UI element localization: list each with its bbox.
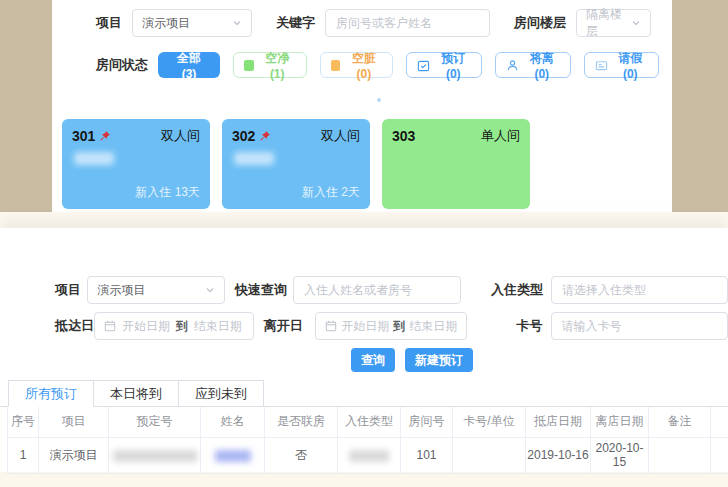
col-remark: 备注 (649, 407, 711, 437)
room-footer-text: 新入住 2天 (302, 184, 360, 201)
room-number-text: 302 (232, 128, 255, 144)
status-leaving-label: 将离 (0) (524, 50, 560, 81)
col-room-no: 房间号 (401, 407, 453, 437)
room-type: 双人间 (321, 127, 360, 145)
room-status-panel: 项目 演示项目 关键字 房间楼层 隔离楼层 房间状态 全 (52, 0, 672, 212)
reservation-tabs: 所有预订 本日将到 应到未到 (0, 380, 728, 407)
floor-select[interactable]: 隔离楼层 (576, 9, 651, 37)
project-select[interactable]: 演示项目 (87, 276, 225, 304)
cell-departure-date: 2020-10-15 (591, 437, 649, 473)
quick-search-input[interactable] (293, 276, 461, 304)
room-status-label: 房间状态 (96, 56, 148, 74)
col-name: 姓名 (201, 407, 265, 437)
card-number-input[interactable] (551, 312, 728, 340)
room-status-filter-row: 房间状态 全部 (3) 空净 (1) 空脏 (0) 预订 (0) (96, 52, 672, 78)
project-label: 项目 (55, 281, 87, 299)
new-reservation-button[interactable]: 新建预订 (405, 348, 473, 372)
status-leaving-button[interactable]: 将离 (0) (495, 52, 571, 78)
query-button[interactable]: 查询 (351, 348, 395, 372)
checkin-type-select[interactable] (551, 276, 728, 304)
backdrop-right (672, 0, 728, 212)
blurred-checkin-type (349, 450, 389, 462)
blurred-guest-name (215, 450, 251, 462)
section-divider (0, 212, 728, 228)
action-button-row: 查询 新建预订 (0, 348, 728, 372)
room-card-303[interactable]: 303 单人间 (382, 119, 530, 209)
checkin-type-label: 入住类型 (491, 281, 543, 299)
col-checkin-type: 入住类型 (338, 407, 401, 437)
status-all-label: 全部 (3) (169, 50, 209, 81)
top-filter-row: 项目 演示项目 关键字 房间楼层 隔离楼层 (96, 9, 672, 37)
room-card-301[interactable]: 301 双人间 新入住 13天 (62, 119, 210, 209)
chevron-down-icon (631, 18, 641, 28)
arrival-date-range-picker[interactable]: 开始日期 到 结束日期 (94, 312, 254, 340)
status-clean-button[interactable]: 空净 (1) (233, 52, 307, 78)
cell-project: 演示项目 (39, 437, 109, 473)
calendar-icon (104, 320, 116, 332)
start-date-placeholder: 开始日期 (341, 318, 389, 335)
reservation-filter-row-1: 项目 演示项目 快速查询 入住类型 (0, 276, 728, 304)
date-to-label: 到 (393, 318, 405, 335)
card-number-label: 卡号 (497, 317, 542, 335)
keyword-label: 关键字 (276, 14, 315, 32)
departure-date-label: 离开日 (264, 317, 309, 335)
backdrop-left (0, 0, 52, 212)
room-status-section: 项目 演示项目 关键字 房间楼层 隔离楼层 房间状态 全 (0, 0, 728, 212)
calendar-check-icon (417, 59, 430, 72)
table-header-row: 序号 项目 预定号 姓名 是否联房 入住类型 房间号 卡号/单位 抵店日期 离店… (8, 407, 728, 437)
room-number-text: 303 (392, 128, 415, 144)
departure-date-range-picker[interactable]: 开始日期 到 结束日期 (315, 312, 467, 340)
col-seq: 序号 (8, 407, 39, 437)
project-label: 项目 (96, 14, 122, 32)
cell-reservation-no (109, 437, 201, 473)
cell-remark (649, 437, 711, 473)
room-number: 302 (232, 128, 271, 144)
tab-arriving-today[interactable]: 本日将到 (94, 380, 179, 407)
col-departure-date: 离店日期 (591, 407, 649, 437)
id-card-icon (595, 59, 608, 72)
status-dirty-button[interactable]: 空脏 (0) (320, 52, 394, 78)
calendar-icon (325, 320, 337, 332)
room-type: 双人间 (161, 127, 200, 145)
project-select-value: 演示项目 (97, 282, 145, 299)
chevron-down-icon (205, 285, 215, 295)
status-reserved-button[interactable]: 预订 (0) (406, 52, 482, 78)
person-icon (506, 59, 519, 72)
dirty-square-icon (331, 60, 341, 71)
cell-arrival-date: 2019-10-16 (526, 437, 591, 473)
col-linked-room: 是否联房 (265, 407, 338, 437)
room-number: 303 (392, 128, 415, 144)
tab-all-reservations[interactable]: 所有预订 (8, 380, 94, 407)
room-number-text: 301 (72, 128, 95, 144)
table-row[interactable]: 1 演示项目 否 101 2019-10-16 2020-10-15 (8, 437, 728, 473)
col-arrival-date: 抵店日期 (526, 407, 591, 437)
cell-extra (711, 437, 728, 473)
room-card-302[interactable]: 302 双人间 新入住 2天 (222, 119, 370, 209)
floor-label: 房间楼层 (514, 14, 566, 32)
status-dirty-label: 空脏 (0) (345, 50, 382, 81)
project-select[interactable]: 演示项目 (132, 9, 252, 37)
status-clean-label: 空净 (1) (259, 50, 296, 81)
room-footer-text: 新入住 13天 (135, 184, 200, 201)
reservation-panel: 项目 演示项目 快速查询 入住类型 抵达日 开始日期 到 结束日期 离开日 (0, 228, 728, 472)
floor-select-placeholder: 隔离楼层 (586, 6, 631, 40)
tab-expected-not-arrived[interactable]: 应到未到 (179, 380, 264, 407)
pushpin-icon (259, 130, 271, 142)
chevron-down-icon (232, 18, 242, 28)
room-number: 301 (72, 128, 111, 144)
blurred-reservation-no (113, 450, 197, 462)
reservation-table-wrap: 序号 项目 预定号 姓名 是否联房 入住类型 房间号 卡号/单位 抵店日期 离店… (7, 407, 728, 474)
end-date-placeholder: 结束日期 (192, 318, 244, 335)
cell-seq: 1 (8, 437, 39, 473)
keyword-input[interactable] (325, 9, 490, 37)
col-card-unit: 卡号/单位 (453, 407, 526, 437)
start-date-placeholder: 开始日期 (120, 318, 172, 335)
room-card-header: 301 双人间 (72, 127, 200, 145)
status-leave-label: 请假 (0) (613, 50, 649, 81)
bottom-backdrop (0, 472, 728, 487)
reservation-table: 序号 项目 预定号 姓名 是否联房 入住类型 房间号 卡号/单位 抵店日期 离店… (7, 407, 728, 474)
date-to-label: 到 (176, 318, 188, 335)
blurred-guest-name (74, 152, 114, 165)
status-all-button[interactable]: 全部 (3) (158, 52, 220, 78)
status-leave-button[interactable]: 请假 (0) (584, 52, 660, 78)
